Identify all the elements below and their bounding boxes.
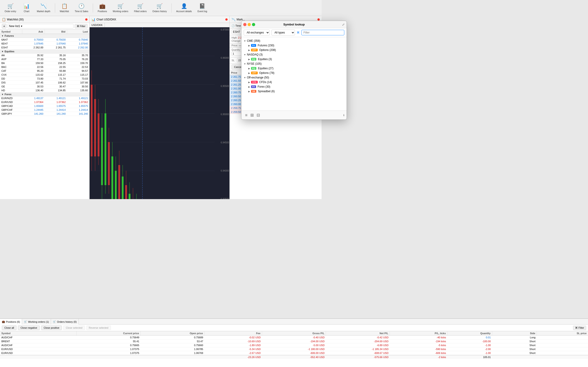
toolbar-event-log[interactable]: 📓 Event log bbox=[195, 2, 209, 14]
toolbar-positions[interactable]: 💼 Positions bbox=[95, 2, 109, 14]
table-row[interactable]: CVX115.62115.17115.17 bbox=[0, 73, 89, 77]
offexchange-spreadbet[interactable]: ▶ SB Spreadbet (6) bbox=[248, 89, 321, 94]
modal-title: Symbol lookup bbox=[283, 23, 304, 26]
watchlist-icon-header: 📋 bbox=[2, 18, 6, 21]
cme-futures[interactable]: ▶ FU Futures (150) bbox=[248, 43, 321, 48]
table-row[interactable]: 6AH7 0.75650 0.75630 0.75640 bbox=[0, 38, 89, 42]
nasdaq-label: NASDAQ (3) bbox=[247, 53, 263, 56]
ask-6ah7: 0.75650 bbox=[22, 38, 44, 42]
table-row[interactable]: HD136.40134.85135.60 bbox=[0, 89, 89, 92]
exchange-offexchange[interactable]: ▼ Off-exchange (50) bbox=[244, 75, 321, 80]
forex-section-label: Forex bbox=[5, 93, 11, 96]
toolbar-watchlist-label: Watchlist bbox=[60, 10, 69, 13]
modal-list-view-btn[interactable]: ≡ bbox=[244, 112, 249, 118]
sb-badge: SB bbox=[251, 90, 256, 93]
offexchange-children: ▶ CFD CFDs (14) ▶ FX Forex (30) ▶ SB Spr… bbox=[244, 80, 321, 94]
chart-area[interactable]: 6.97000 6.96000 6.95500 6.95000 6.94500 … bbox=[90, 27, 229, 199]
offexchange-label: Off-exchange (50) bbox=[247, 76, 269, 79]
symbol-6ah7: 6AH7 bbox=[0, 38, 22, 42]
toolbar-separator-1 bbox=[55, 3, 55, 13]
table-row[interactable]: BAC22.5622.5522.53 bbox=[0, 65, 89, 69]
table-row[interactable]: GE30.5330.4730.50 bbox=[0, 85, 89, 89]
filter-input[interactable] bbox=[301, 30, 321, 35]
positions-icon: 💼 bbox=[99, 3, 105, 9]
toolbar-market-depth[interactable]: 📉 Market depth bbox=[35, 2, 52, 14]
forex-section-header[interactable]: ▼ Forex bbox=[0, 92, 89, 96]
futures-section-header[interactable]: ▼ Futures bbox=[0, 34, 89, 38]
bid-esh7: 2 261.75 bbox=[45, 46, 67, 49]
toolbar-account-details[interactable]: 👤 Account details bbox=[174, 2, 194, 14]
type-select[interactable]: All types bbox=[271, 30, 295, 35]
nyse-label: NYSE (105) bbox=[247, 62, 262, 65]
nyse-options[interactable]: ▶ OPT Options (78) bbox=[248, 71, 321, 75]
offexchange-cfd[interactable]: ▶ CFD CFDs (14) bbox=[248, 80, 321, 84]
table-row[interactable]: DIS107.45106.62107.66 bbox=[0, 81, 89, 85]
table-row[interactable]: AA35.9235.1635.70 bbox=[0, 53, 89, 57]
toolbar-order-entry[interactable]: 🛒 Order entry bbox=[2, 2, 19, 14]
toolbar-time-sales-label: Time & Sales bbox=[75, 10, 88, 13]
forex-rows: EUR/NZD1.491371.491211.49121 EUR/USD1.07… bbox=[0, 96, 89, 116]
table-row[interactable]: GBP/CAD1.656001.655751.65575 bbox=[0, 104, 89, 108]
nyse-equities[interactable]: ▶ EQ Equities (27) bbox=[248, 66, 321, 71]
account-details-icon: 👤 bbox=[181, 3, 187, 9]
md-icon: 📉 bbox=[232, 18, 235, 21]
table-row[interactable]: EUR/USD1.073641.073621.07362 bbox=[0, 100, 89, 104]
exchange-nyse[interactable]: ▼ NYSE (105) bbox=[244, 61, 321, 66]
cme-options[interactable]: ▶ OPT Options (208) bbox=[248, 48, 321, 52]
toolbar-working-orders[interactable]: 🛒 Working orders bbox=[111, 2, 131, 14]
add-list-button[interactable]: + bbox=[2, 24, 6, 28]
toolbar-account-details-label: Account details bbox=[176, 10, 192, 13]
list-selector[interactable]: New list1 ▾ bbox=[8, 24, 73, 28]
toolbar-watchlist[interactable]: 📋 Watchlist bbox=[57, 2, 71, 14]
equities-rows: AA35.9235.1635.70 AXP77.3375.0576.20 BA1… bbox=[0, 53, 89, 92]
watchlist-filter-button[interactable]: ⌘ Filter bbox=[75, 24, 88, 28]
toolbar-filled-orders-label: Filled orders bbox=[134, 10, 147, 13]
ask-esh7: 2 262.00 bbox=[22, 46, 44, 49]
futures-arrow: ▶ bbox=[248, 44, 250, 47]
table-row[interactable]: DD73.8071.7473.03 bbox=[0, 77, 89, 81]
modal-maximize-btn[interactable] bbox=[252, 23, 255, 26]
nasdaq-arrow: ▼ bbox=[244, 53, 246, 56]
table-row[interactable]: EUR/NZD1.491371.491211.49121 bbox=[0, 96, 89, 100]
opt-badge: OPT bbox=[251, 49, 258, 51]
order-entry-icon: 🛒 bbox=[7, 3, 14, 9]
table-row[interactable]: ESH7 2 262.00 2 261.75 2 262.00 bbox=[0, 46, 89, 50]
toolbar-filled-orders[interactable]: 🛒 Filled orders bbox=[132, 2, 149, 14]
equities-section-label: Equities bbox=[5, 50, 15, 53]
modal-table-view-btn[interactable]: ⊟ bbox=[255, 112, 261, 118]
toolbar-separator-3 bbox=[171, 3, 172, 13]
table-row[interactable]: AXP77.3375.0576.20 bbox=[0, 57, 89, 61]
md-close-btn[interactable] bbox=[317, 18, 320, 21]
equities-section-header[interactable]: ▼ Equities bbox=[0, 50, 89, 53]
modal-grid-view-btn[interactable]: ⊞ bbox=[249, 112, 255, 118]
exchange-nasdaq[interactable]: ▼ NASDAQ (3) bbox=[244, 52, 321, 57]
col-last: Last bbox=[67, 30, 89, 34]
modal-close-btn[interactable] bbox=[243, 23, 246, 26]
toolbar-chart[interactable]: 📊 Chart bbox=[20, 2, 34, 14]
modal-minimize-btn[interactable] bbox=[248, 23, 251, 26]
offexchange-forex[interactable]: ▶ FX Forex (30) bbox=[248, 84, 321, 89]
eq-badge: EQ bbox=[251, 58, 256, 60]
watchlist-close-btn[interactable] bbox=[85, 18, 87, 21]
table-row[interactable]: GBP/JPY141.260141.240141.240 bbox=[0, 112, 89, 116]
table-row[interactable]: BA159.50158.25159.70 bbox=[0, 61, 89, 65]
last-esh7: 2 262.00 bbox=[67, 46, 89, 49]
symbol-esh7: ESH7 bbox=[0, 46, 22, 49]
forex-collapse-arrow: ▼ bbox=[1, 93, 4, 96]
nyse-opt-arrow: ▶ bbox=[248, 72, 250, 74]
cme-label: CME (358) bbox=[247, 39, 260, 42]
chart-close-btn[interactable] bbox=[225, 18, 228, 21]
chart-panel: 📊 Chart USD/DKK USD/DKK 6.97000 6.96000 … bbox=[90, 16, 230, 199]
nasdaq-equities[interactable]: ▶ EQ Equities (3) bbox=[248, 57, 321, 61]
exchange-select[interactable]: All exchanges bbox=[244, 30, 270, 35]
table-row[interactable]: GBP/CHF1.244451.244141.24414 bbox=[0, 108, 89, 112]
exchange-cme[interactable]: ▼ CME (358) bbox=[244, 39, 321, 43]
toolbar-working-orders-label: Working orders bbox=[113, 10, 128, 13]
table-row[interactable]: CAT95.2093.8894.57 bbox=[0, 69, 89, 73]
nyse-children: ▶ EQ Equities (27) ▶ OPT Options (78) bbox=[244, 66, 321, 75]
bid-6eh7: 1.07640 bbox=[45, 42, 67, 45]
table-row[interactable]: 6EH7 1.07645 1.07640 1.07640 bbox=[0, 42, 89, 46]
toolbar-orders-history[interactable]: 🛒 Orders history bbox=[150, 2, 169, 14]
toolbar-time-sales[interactable]: 🕐 Time & Sales bbox=[72, 2, 90, 14]
usd-dkk-label[interactable]: USD/DKK bbox=[90, 23, 105, 27]
